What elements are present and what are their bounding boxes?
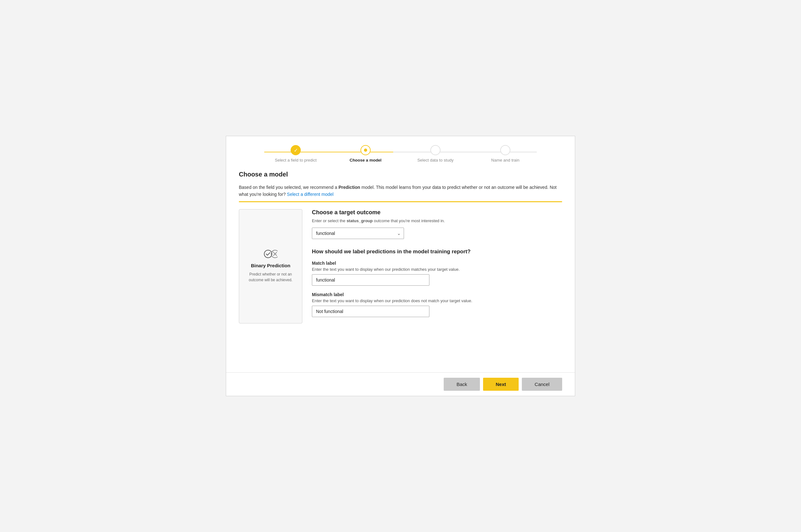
mismatch-label-label: Mismatch label (312, 292, 562, 297)
svg-point-0 (264, 250, 272, 258)
match-label-hint: Enter the text you want to display when … (312, 267, 562, 272)
next-button[interactable]: Next (483, 378, 519, 391)
target-outcome-dropdown[interactable]: functional functional needs repair non f… (312, 228, 404, 239)
step-1-circle: ✓ (291, 145, 301, 155)
model-card-desc: Predict whether or not an outcome will b… (244, 271, 297, 283)
mismatch-label-group: Mismatch label Enter the text you want t… (312, 292, 562, 317)
footer: Back Next Cancel (226, 372, 575, 396)
model-type-bold: Prediction (339, 185, 360, 190)
step-1-label: Select a field to predict (275, 158, 317, 163)
checkmark-icon: ✓ (294, 147, 298, 153)
model-card: / Binary Prediction Predict whether or n… (239, 209, 302, 323)
cancel-button[interactable]: Cancel (522, 378, 562, 391)
match-label-label: Match label (312, 261, 562, 266)
description-text: Based on the field you selected, we reco… (239, 184, 562, 198)
step-1: ✓ Select a field to predict (261, 145, 331, 163)
mismatch-label-hint: Enter the text you want to display when … (312, 298, 562, 303)
page-title: Choose a model (239, 171, 562, 178)
step-2-label: Choose a model (350, 158, 381, 163)
mismatch-label-input[interactable] (312, 306, 429, 317)
target-outcome-dropdown-wrapper: functional functional needs repair non f… (312, 228, 404, 239)
select-different-model-link[interactable]: Select a different model (287, 192, 334, 197)
label-section-title: How should we label predictions in the m… (312, 249, 562, 255)
field-name-bold: status_group (347, 218, 373, 223)
model-card-title: Binary Prediction (251, 263, 290, 268)
match-label-group: Match label Enter the text you want to d… (312, 261, 562, 286)
step-2-circle (360, 145, 371, 155)
gold-divider (239, 201, 562, 202)
step-2: Choose a model (331, 145, 400, 163)
desc-prefix: Based on the field you selected, we reco… (239, 185, 339, 190)
step-4-label: Name and train (491, 158, 520, 163)
target-desc-suffix: outcome that you're most interested in. (373, 218, 445, 223)
match-label-input[interactable] (312, 274, 429, 286)
step-3-label: Select data to study (417, 158, 453, 163)
target-outcome-title: Choose a target outcome (312, 209, 562, 216)
target-desc-prefix: Enter or select the (312, 218, 347, 223)
form-panel: Choose a target outcome Enter or select … (312, 209, 562, 323)
binary-prediction-icon: / (264, 249, 278, 259)
main-section: / Binary Prediction Predict whether or n… (239, 209, 562, 323)
step-4: Name and train (470, 145, 540, 163)
step-3-circle (430, 145, 441, 155)
back-button[interactable]: Back (444, 378, 480, 391)
target-outcome-desc: Enter or select the status_group outcome… (312, 218, 562, 223)
step-4-circle (500, 145, 510, 155)
step-3: Select data to study (400, 145, 470, 163)
content-area: Choose a model Based on the field you se… (226, 168, 575, 372)
main-window: ✓ Select a field to predict Choose a mod… (226, 136, 575, 396)
stepper: ✓ Select a field to predict Choose a mod… (226, 136, 575, 168)
